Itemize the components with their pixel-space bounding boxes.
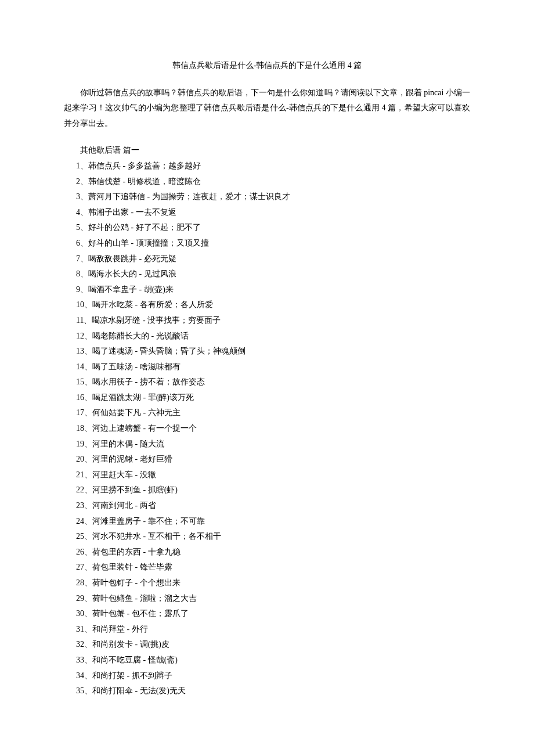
list-item: 22、河里捞不到鱼 - 抓瞎(虾) [64, 483, 470, 498]
list-item: 12、喝老陈醋长大的 - 光说酸话 [64, 329, 470, 344]
list-item: 20、河里的泥鳅 - 老好巨猾 [64, 452, 470, 467]
list-item: 18、河边上逮螃蟹 - 有一个捉一个 [64, 421, 470, 437]
list-item: 16、喝足酒跳太湖 - 罪(醉)该万死 [64, 390, 470, 406]
list-item: 31、和尚拜堂 - 外行 [64, 622, 470, 638]
list-item: 28、荷叶包钉子 - 个个想出来 [64, 575, 470, 591]
list-item: 25、河水不犯井水 - 互不相干；各不相干 [64, 529, 470, 545]
list-item: 4、韩湘子出家 - 一去不复返 [64, 205, 470, 221]
list-item: 21、河里赶大车 - 没辙 [64, 467, 470, 483]
list-item: 6、好斗的山羊 - 顶顶撞撞；又顶又撞 [64, 236, 470, 251]
list-item: 27、荷包里装针 - 锋芒毕露 [64, 560, 470, 575]
intro-paragraph: 你听过韩信点兵的故事吗？韩信点兵的歇后语，下一句是什么你知道吗？请阅读以下文章，… [64, 85, 470, 132]
list-item: 29、荷叶包鳝鱼 - 溜啦；溜之大吉 [64, 591, 470, 607]
list-item: 19、河里的木偶 - 随大流 [64, 437, 470, 452]
list-item: 15、喝水用筷子 - 捞不着；故作姿态 [64, 375, 470, 390]
list-item: 13、喝了迷魂汤 - 昏头昏脑；昏了头；神魂颠倒 [64, 344, 470, 359]
list-item: 30、荷叶包蟹 - 包不住；露爪了 [64, 606, 470, 622]
list-item: 8、喝海水长大的 - 见过风浪 [64, 267, 470, 282]
list-item: 34、和尚打架 - 抓不到辫子 [64, 668, 470, 684]
list-item: 1、韩信点兵 - 多多益善；越多越好 [64, 159, 470, 174]
list-item: 7、喝敌敌畏跳井 - 必死无疑 [64, 251, 470, 267]
list-item: 33、和尚不吃豆腐 - 怪哉(斋) [64, 653, 470, 668]
list-item: 11、喝凉水剔牙缝 - 没事找事；穷要面子 [64, 313, 470, 329]
list-item: 32、和尚别发卡 - 调(挑)皮 [64, 637, 470, 653]
list-item: 17、何仙姑要下凡 - 六神无主 [64, 405, 470, 421]
document-title: 韩信点兵歇后语是什么-韩信点兵的下是什么通用 4 篇 [64, 58, 470, 74]
list-item: 5、好斗的公鸡 - 好了不起；肥不了 [64, 220, 470, 236]
list-item: 24、河滩里盖房子 - 靠不住；不可靠 [64, 514, 470, 530]
idiom-list: 1、韩信点兵 - 多多益善；越多越好 2、韩信伐楚 - 明修栈道，暗渡陈仓 3、… [64, 159, 470, 699]
list-item: 35、和尚打阳伞 - 无法(发)无天 [64, 683, 470, 699]
list-item: 14、喝了五味汤 - 啥滋味都有 [64, 359, 470, 375]
list-item: 10、喝开水吃菜 - 各有所爱；各人所爱 [64, 297, 470, 313]
list-item: 2、韩信伐楚 - 明修栈道，暗渡陈仓 [64, 174, 470, 190]
list-item: 9、喝酒不拿盅子 - 胡(壶)来 [64, 282, 470, 298]
section-heading: 其他歇后语 篇一 [64, 143, 470, 159]
list-item: 3、萧河月下追韩信 - 为国操劳；连夜赶，爱才；谋士识良才 [64, 189, 470, 205]
list-item: 26、荷包里的东西 - 十拿九稳 [64, 545, 470, 560]
list-item: 23、河南到河北 - 两省 [64, 498, 470, 514]
